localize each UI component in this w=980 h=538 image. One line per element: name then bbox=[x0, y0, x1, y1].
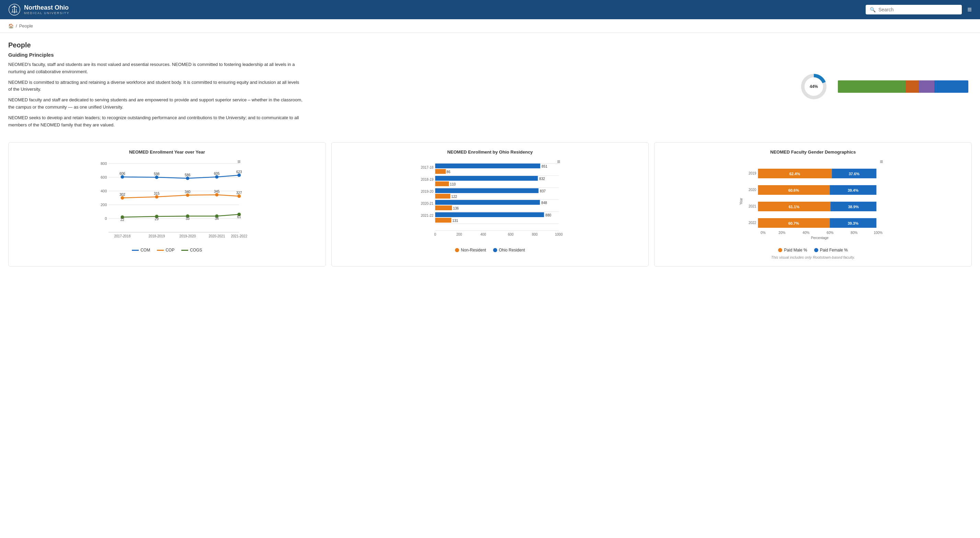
svg-text:80%: 80% bbox=[851, 231, 858, 235]
svg-text:61: 61 bbox=[237, 215, 242, 219]
paragraph-4: NEOMED seeks to develop and retain leade… bbox=[8, 114, 304, 129]
com-line-icon bbox=[132, 250, 139, 251]
svg-text:131: 131 bbox=[452, 219, 458, 223]
svg-text:39.3%: 39.3% bbox=[848, 221, 858, 225]
svg-text:2020-21: 2020-21 bbox=[421, 202, 433, 206]
svg-text:606: 606 bbox=[119, 172, 125, 176]
breadcrumb-current: People bbox=[19, 23, 33, 29]
svg-rect-85 bbox=[435, 218, 451, 223]
com-label: COM bbox=[140, 248, 150, 252]
svg-rect-71 bbox=[435, 176, 538, 181]
widget-section: 44% bbox=[800, 41, 972, 132]
svg-text:2018-19: 2018-19 bbox=[421, 177, 433, 181]
svg-text:100%: 100% bbox=[874, 231, 883, 235]
legend-paid-male: Paid Male % bbox=[778, 248, 807, 252]
enrollment-yoy-legend: COM COP COGS bbox=[16, 248, 319, 252]
svg-text:2020-2021: 2020-2021 bbox=[208, 234, 225, 238]
university-logo-icon bbox=[8, 3, 21, 16]
cop-label: COP bbox=[165, 248, 175, 252]
paid-male-dot-icon bbox=[778, 248, 782, 252]
svg-text:110: 110 bbox=[450, 182, 456, 186]
non-resident-dot-icon bbox=[455, 248, 459, 252]
svg-text:880: 880 bbox=[545, 213, 551, 217]
svg-text:600: 600 bbox=[508, 233, 514, 236]
svg-text:302: 302 bbox=[119, 193, 125, 196]
svg-text:62.4%: 62.4% bbox=[789, 172, 800, 176]
paragraph-1: NEOMED's faculty, staff and students are… bbox=[8, 61, 304, 76]
svg-text:340: 340 bbox=[185, 190, 191, 194]
svg-text:800: 800 bbox=[100, 161, 107, 166]
svg-text:60.7%: 60.7% bbox=[788, 221, 799, 225]
guiding-principles-subtitle: Guiding Principles bbox=[8, 52, 786, 58]
ohio-resident-label: Ohio Resident bbox=[499, 248, 525, 252]
svg-text:≡: ≡ bbox=[237, 160, 240, 164]
svg-text:39.4%: 39.4% bbox=[848, 188, 858, 192]
svg-text:345: 345 bbox=[214, 190, 220, 193]
svg-point-17 bbox=[215, 175, 218, 179]
svg-text:37.6%: 37.6% bbox=[849, 172, 859, 176]
svg-text:1000: 1000 bbox=[555, 233, 563, 236]
svg-text:0: 0 bbox=[434, 233, 436, 236]
svg-text:≡: ≡ bbox=[880, 160, 883, 164]
svg-text:122: 122 bbox=[451, 195, 457, 199]
svg-text:2021: 2021 bbox=[749, 204, 756, 208]
segment-3 bbox=[919, 80, 935, 93]
search-box[interactable]: 🔍 bbox=[865, 5, 962, 14]
donut-percentage: 44% bbox=[810, 84, 818, 89]
svg-text:34: 34 bbox=[215, 217, 219, 220]
text-section: People Guiding Principles NEOMED's facul… bbox=[8, 41, 786, 132]
segment-4 bbox=[934, 80, 968, 93]
svg-text:2017-18: 2017-18 bbox=[421, 166, 433, 169]
svg-text:61.1%: 61.1% bbox=[789, 205, 799, 209]
svg-rect-81 bbox=[435, 206, 452, 210]
svg-point-16 bbox=[186, 177, 189, 180]
enrollment-yoy-card: NEOMED Enrollment Year over Year 800 600… bbox=[8, 142, 326, 267]
svg-text:600: 600 bbox=[100, 175, 107, 179]
svg-text:86: 86 bbox=[446, 170, 450, 174]
header-right: 🔍 ≡ bbox=[865, 5, 972, 14]
hamburger-menu-icon[interactable]: ≡ bbox=[967, 5, 972, 14]
ohio-bar-1 bbox=[435, 163, 540, 168]
search-icon: 🔍 bbox=[870, 7, 876, 12]
svg-text:832: 832 bbox=[539, 177, 545, 181]
svg-text:0%: 0% bbox=[760, 231, 766, 235]
svg-point-18 bbox=[237, 174, 241, 177]
cop-line-icon bbox=[157, 250, 164, 251]
svg-text:586: 586 bbox=[185, 173, 191, 177]
svg-text:136: 136 bbox=[453, 206, 459, 210]
svg-text:40%: 40% bbox=[803, 231, 810, 235]
svg-text:200: 200 bbox=[100, 203, 107, 207]
paid-female-label: Paid Female % bbox=[820, 248, 848, 252]
stacked-bar bbox=[838, 80, 968, 93]
ohio-resident-dot-icon bbox=[493, 248, 497, 252]
legend-cogs: COGS bbox=[181, 248, 202, 252]
svg-point-14 bbox=[121, 175, 124, 179]
logo-text: Northeast Ohio MEDICAL UNIVERSITY bbox=[24, 4, 69, 15]
faculty-gender-footnote: This visual includes only Rootstown-base… bbox=[661, 255, 964, 259]
svg-text:598: 598 bbox=[154, 172, 160, 176]
svg-text:Percentage: Percentage bbox=[811, 236, 829, 240]
page-title: People bbox=[8, 41, 786, 49]
svg-rect-79 bbox=[435, 200, 540, 205]
donut-chart: 44% bbox=[800, 73, 827, 100]
svg-text:2022: 2022 bbox=[749, 221, 756, 225]
breadcrumb-separator: / bbox=[16, 23, 17, 29]
faculty-gender-svg: Year 0% 20% 40% 60% 80% 100% Percentage … bbox=[661, 160, 964, 243]
svg-text:400: 400 bbox=[480, 233, 486, 236]
svg-text:851: 851 bbox=[541, 164, 547, 168]
breadcrumb-home[interactable]: 🏠 bbox=[8, 23, 14, 29]
svg-text:315: 315 bbox=[154, 192, 160, 195]
svg-text:2019-20: 2019-20 bbox=[421, 190, 433, 193]
faculty-gender-card: NEOMED Faculty Gender Demographics Year … bbox=[654, 142, 972, 267]
svg-text:623: 623 bbox=[236, 170, 242, 174]
enrollment-residency-card: NEOMED Enrollment by Ohio Residency 0 20… bbox=[331, 142, 649, 267]
search-input[interactable] bbox=[878, 7, 958, 12]
svg-text:800: 800 bbox=[532, 233, 538, 236]
stacked-bar-container bbox=[838, 80, 972, 93]
svg-point-15 bbox=[155, 176, 158, 179]
paragraph-3: NEOMED faculty and staff are dedicated t… bbox=[8, 97, 304, 111]
svg-rect-77 bbox=[435, 194, 450, 199]
charts-row: NEOMED Enrollment Year over Year 800 600… bbox=[8, 142, 972, 267]
svg-text:0: 0 bbox=[105, 216, 107, 220]
svg-text:327: 327 bbox=[236, 191, 242, 195]
